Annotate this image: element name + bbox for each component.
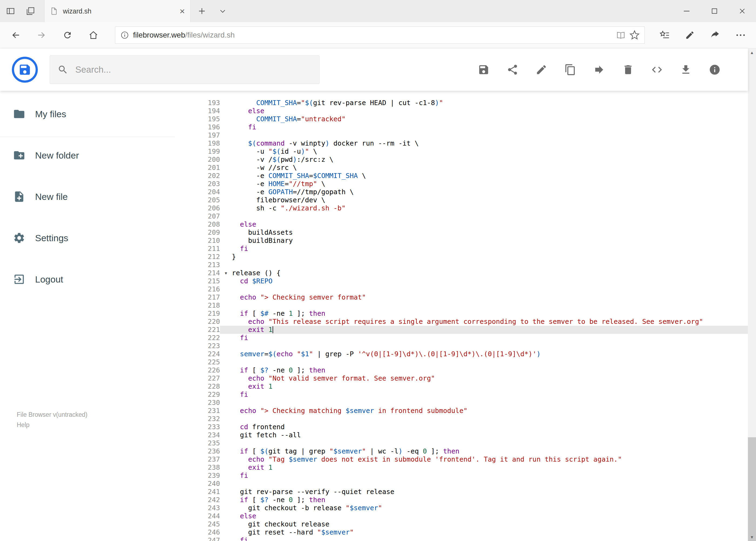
new-tab-button[interactable] [190,0,213,22]
code-line[interactable]: 210 buildBinary [189,237,748,245]
move-button[interactable] [585,55,614,85]
forward-button[interactable] [29,22,55,48]
code-line[interactable]: 219 if [ $# -ne 1 ]; then [189,309,748,317]
code-editor[interactable]: 193 COMMIT_SHA="$(git rev-parse HEAD | c… [189,91,748,541]
close-button[interactable] [728,0,756,22]
scrollbar-thumb[interactable] [748,437,756,541]
code-line[interactable]: 233 cd frontend [189,423,748,431]
code-line[interactable]: 228 exit 1 [189,382,748,390]
tab-preview-toggle-button[interactable] [213,0,232,22]
code-line[interactable]: 223 [189,342,748,350]
code-line[interactable]: 227 echo "Not valid semver format. See s… [189,374,748,382]
code-line[interactable]: 242 if [ $? -ne 0 ]; then [189,496,748,504]
code-line[interactable]: 237 echo "Tag $semver does not exist in … [189,455,748,463]
address-bar[interactable]: filebrowser.web/files/wizard.sh [115,26,645,44]
home-button[interactable] [81,22,106,48]
favorites-hub-button[interactable] [652,22,677,48]
share-button[interactable] [498,55,527,85]
reading-view-button[interactable] [616,30,626,40]
sidebar-item-logout[interactable]: Logout [0,267,175,291]
code-line[interactable]: 245 git checkout release [189,520,748,528]
code-line[interactable]: 200 -v /$(pwd):/src:z \ [189,156,748,164]
code-line[interactable]: 226 if [ $? -ne 0 ]; then [189,366,748,374]
web-notes-button[interactable] [677,22,702,48]
copy-button[interactable] [556,55,585,85]
code-line[interactable]: 240 [189,480,748,488]
code-line[interactable]: 206 sh -c "./wizard.sh -b" [189,204,748,212]
sidebar-item-my-files[interactable]: My files [0,102,175,126]
code-line[interactable]: 211 fi [189,245,748,253]
scroll-down-icon[interactable]: ▼ [748,533,756,541]
help-link[interactable]: Help [17,420,88,430]
tab-close-icon[interactable]: × [179,6,185,16]
info-button[interactable] [700,55,729,85]
back-button[interactable] [3,22,29,48]
code-line[interactable]: 239 fi [189,472,748,480]
code-line[interactable]: 230 [189,399,748,407]
code-line[interactable]: 241 git rev-parse --verify --quiet relea… [189,488,748,496]
code-line[interactable]: 194 else [189,107,748,115]
code-line[interactable]: 209 buildAssets [189,229,748,237]
code-line[interactable]: 208 else [189,221,748,229]
code-line[interactable]: 197 [189,131,748,139]
code-line[interactable]: 201 -w //src \ [189,164,748,172]
save-button[interactable] [469,55,498,85]
code-line[interactable]: 207 [189,212,748,221]
code-line[interactable]: 238 exit 1 [189,463,748,472]
code-line[interactable]: 244 else [189,512,748,520]
code-line[interactable]: 229 fi [189,390,748,399]
code-line[interactable]: 234 git fetch --all [189,431,748,439]
code-line[interactable]: 199 -u "$(id -u)" \ [189,148,748,156]
code-line[interactable]: 213 [189,261,748,269]
scroll-up-icon[interactable]: ▲ [748,48,756,56]
search-bar[interactable] [50,55,320,84]
code-line[interactable]: 205 filebrowser/dev \ [189,196,748,204]
filebrowser-logo[interactable] [12,57,38,83]
sidebar-item-new-folder[interactable]: New folder [0,143,175,168]
code-line[interactable]: 204 -e GOPATH=//tmp/gopath \ [189,188,748,196]
code-line[interactable]: 193 COMMIT_SHA="$(git rev-parse HEAD | c… [189,99,748,107]
refresh-button[interactable] [55,22,81,48]
download-button[interactable] [671,55,700,85]
code-line[interactable]: 220 echo "This release script requires a… [189,317,748,326]
sidebar-item-new-file[interactable]: New file [0,185,175,209]
favorite-star-button[interactable] [630,30,640,40]
code-line[interactable]: 236 if [ $(git tag | grep "$semver" | wc… [189,447,748,455]
code-line[interactable]: 224 semver=$(echo "$1" | grep -P '^v(0|[… [189,350,748,358]
delete-button[interactable] [614,55,642,85]
code-line[interactable]: 235 [189,439,748,447]
code-line[interactable]: 225 [189,358,748,366]
code-line[interactable]: 202 -e COMMIT_SHA=$COMMIT_SHA \ [189,172,748,180]
edit-button[interactable] [527,55,556,85]
settings-more-button[interactable] [728,22,753,48]
code-line[interactable]: 203 -e HOME="//tmp" \ [189,180,748,188]
code-line[interactable]: 218 [189,301,748,309]
code-line[interactable]: 217 echo "> Checking semver format" [189,293,748,301]
fold-marker-icon[interactable]: ▾ [220,269,232,277]
share-button[interactable] [702,22,728,48]
code-line[interactable]: 195 COMMIT_SHA="untracked" [189,115,748,123]
site-info-icon[interactable] [120,31,129,40]
code-line[interactable]: 232 [189,415,748,423]
set-tabs-aside-button[interactable] [6,6,15,16]
code-line[interactable]: 243 git checkout -b release "$semver" [189,504,748,512]
code-line[interactable]: 221 exit 1 [189,326,748,334]
code-line[interactable]: 214▾release () { [189,269,748,277]
sidebar-item-settings[interactable]: Settings [0,226,175,250]
code-line[interactable]: 196 fi [189,123,748,131]
code-line[interactable]: 215 cd $REPO [189,277,748,285]
code-line[interactable]: 212} [189,253,748,261]
code-line[interactable]: 222 fi [189,334,748,342]
code-button[interactable] [642,55,671,85]
code-line[interactable]: 246 git reset --hard "$semver" [189,528,748,536]
search-input[interactable] [75,64,312,75]
code-line[interactable]: 247 fi [189,536,748,541]
browser-tab[interactable]: wizard.sh × [44,0,190,22]
code-line[interactable]: 231 echo "> Checking matching $semver in… [189,407,748,415]
code-line[interactable]: 216 [189,285,748,293]
minimize-button[interactable] [672,0,700,22]
maximize-button[interactable] [700,0,728,22]
code-line[interactable]: 198 $(command -v winpty) docker run --rm… [189,139,748,148]
vertical-scrollbar[interactable]: ▲ ▼ [748,48,756,541]
tabs-set-aside-list-button[interactable] [26,6,35,16]
